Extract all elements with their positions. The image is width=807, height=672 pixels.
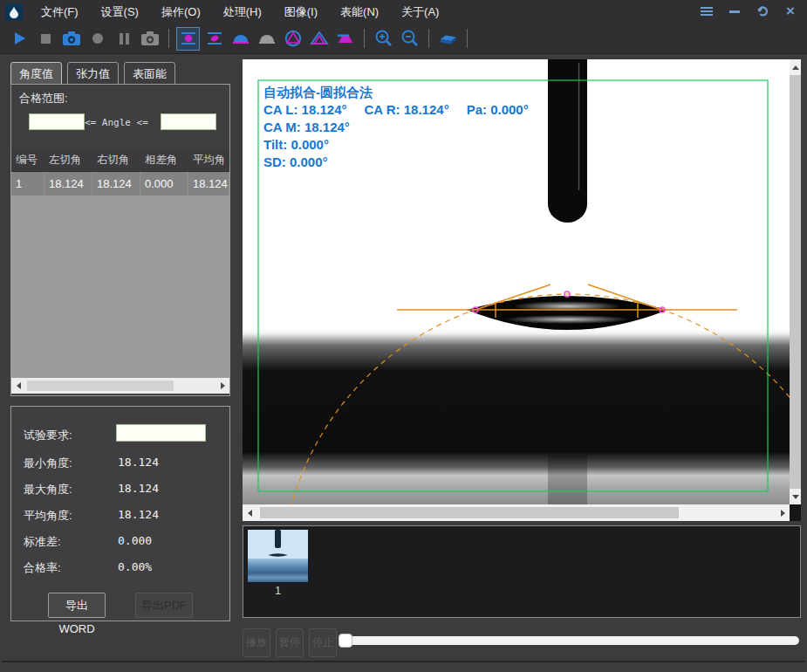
left-tab-bar: 角度值 张力值 表面能 [10, 62, 175, 86]
top-bar: 文件(F) 设置(S) 操作(O) 处理(H) 图像(I) 表能(N) 关于(A… [0, 0, 807, 54]
fit-drop-plates-icon[interactable] [176, 27, 200, 51]
export-pdf-button[interactable]: 导出PDF [135, 593, 193, 618]
menu-about[interactable]: 关于(A) [390, 0, 450, 24]
window-controls: × [697, 3, 800, 20]
trapezoid-fit-icon[interactable] [333, 27, 357, 51]
avg-angle-label: 平均角度: [24, 508, 72, 524]
menu-process[interactable]: 处理(H) [212, 0, 273, 24]
std-dev-value: 0.000 [118, 534, 152, 547]
board-3d-icon[interactable] [436, 27, 460, 51]
camera-viewer: 自动拟合-圆拟合法 CA L: 18.124°CA R: 18.124°Pa: … [243, 59, 801, 521]
pa-value: Pa: 0.000° [467, 102, 529, 117]
tab-tension-value[interactable]: 张力值 [67, 62, 119, 86]
playback-stop-button[interactable]: 停止 [309, 628, 337, 657]
angle-max-input[interactable] [161, 113, 216, 130]
results-table: 编号 左切角 右切角 相差角 平均角 1 18.124 18.124 0.000… [11, 149, 229, 196]
max-angle-value: 18.124 [118, 482, 159, 495]
scrollbar-thumb[interactable] [260, 507, 679, 518]
cell-number: 1 [11, 172, 44, 196]
menu-operation[interactable]: 操作(O) [150, 0, 212, 24]
ca-mean-value: CA M: 18.124° [263, 119, 546, 136]
application-window: 文件(F) 设置(S) 操作(O) 处理(H) 图像(I) 表能(N) 关于(A… [0, 0, 807, 672]
col-diff-angle: 相差角 [140, 149, 188, 171]
scroll-right-icon[interactable] [215, 378, 229, 394]
viewer-horizontal-scrollbar[interactable] [243, 504, 790, 521]
table-horizontal-scrollbar[interactable] [11, 378, 229, 394]
std-dev-label: 标准差: [24, 534, 61, 550]
frame-filmstrip: 1 [243, 525, 801, 618]
toolbar [7, 24, 472, 52]
col-right-angle: 右切角 [92, 149, 140, 171]
cell-avg-angle: 18.124 [188, 172, 229, 196]
qualified-range-label: 合格范围: [19, 91, 68, 106]
playback-slider-thumb[interactable] [339, 634, 352, 648]
col-number: 编号 [11, 149, 44, 171]
camera-capture-icon[interactable] [59, 27, 83, 51]
menu-bar: 文件(F) 设置(S) 操作(O) 处理(H) 图像(I) 表能(N) 关于(A… [3, 0, 450, 24]
scrollbar-thumb[interactable] [27, 381, 174, 391]
angle-range-operator: <= Angle <= [85, 117, 148, 128]
ca-right-value: CA R: 18.124° [364, 102, 448, 117]
pass-rate-label: 合格率: [24, 560, 61, 576]
tab-angle-value[interactable]: 角度值 [10, 62, 62, 86]
triangle-fit-icon[interactable] [307, 27, 331, 51]
frame-thumbnail[interactable]: 1 [248, 530, 308, 598]
viewer-vertical-scrollbar[interactable] [790, 59, 801, 504]
menu-file[interactable]: 文件(F) [30, 0, 90, 24]
angle-min-input[interactable] [29, 113, 85, 130]
playback-slider-track[interactable] [342, 636, 799, 645]
minimize-icon[interactable] [725, 3, 744, 20]
scroll-right-icon[interactable] [776, 505, 790, 521]
pass-rate-value: 0.00% [118, 560, 152, 573]
scroll-left-icon[interactable] [11, 378, 25, 394]
camera-image: 自动拟合-圆拟合法 CA L: 18.124°CA R: 18.124°Pa: … [243, 59, 790, 504]
scroll-down-icon[interactable] [790, 489, 801, 504]
zoom-in-icon[interactable] [372, 27, 395, 51]
scrollbar-corner [790, 504, 801, 521]
menu-settings[interactable]: 设置(S) [90, 0, 150, 24]
export-word-button[interactable]: 导出WORD [48, 593, 106, 618]
statistics-panel: 试验要求: 最小角度: 18.124 最大角度: 18.124 平均角度: 18… [10, 406, 230, 621]
fit-tilted-drop-icon[interactable] [202, 27, 226, 51]
cell-left-angle: 18.124 [44, 172, 92, 196]
playback-play-button[interactable]: 播放 [243, 628, 270, 657]
cell-diff-angle: 0.000 [140, 172, 188, 196]
toolbar-separator [467, 29, 468, 48]
scroll-left-icon[interactable] [243, 505, 256, 521]
toolbar-separator [168, 29, 169, 48]
scroll-up-icon[interactable] [790, 59, 801, 75]
test-requirement-label: 试验要求: [24, 428, 72, 443]
window-bottom-border [2, 661, 805, 662]
play-icon[interactable] [7, 27, 31, 51]
zoom-out-icon[interactable] [398, 27, 421, 51]
test-requirement-input[interactable] [116, 424, 206, 442]
avg-angle-value: 18.124 [118, 508, 159, 521]
angle-results-panel: 合格范围: <= Angle <= 编号 左切角 右切角 相差角 平均角 1 1… [10, 84, 230, 396]
fit-method-label: 自动拟合-圆拟合法 [263, 84, 546, 101]
sessile-drop-gray-icon[interactable] [255, 27, 278, 51]
min-angle-value: 18.124 [118, 456, 159, 469]
playback-pause-button[interactable]: 暂停 [276, 628, 304, 657]
circle-triangle-fit-icon[interactable] [281, 27, 304, 51]
ca-left-value: CA L: 18.124° [263, 102, 346, 117]
camera-gray-icon[interactable] [138, 27, 161, 51]
cell-right-angle: 18.124 [92, 172, 140, 196]
sd-value: SD: 0.000° [263, 154, 546, 171]
close-icon[interactable]: × [781, 3, 800, 20]
menu-icon[interactable] [697, 3, 716, 20]
menu-surface-energy[interactable]: 表能(N) [329, 0, 390, 24]
stop-icon[interactable] [33, 27, 57, 51]
col-left-angle: 左切角 [44, 149, 92, 171]
toolbar-separator [364, 29, 365, 48]
restore-icon[interactable] [753, 3, 772, 20]
thumbnail-image [248, 530, 308, 582]
record-icon[interactable] [85, 27, 109, 51]
sessile-drop-blue-icon[interactable] [229, 27, 252, 51]
tab-surface-energy[interactable]: 表面能 [124, 62, 175, 86]
col-avg-angle: 平均角 [188, 149, 229, 171]
menu-image[interactable]: 图像(I) [273, 0, 329, 24]
measurement-overlay: 自动拟合-圆拟合法 CA L: 18.124°CA R: 18.124°Pa: … [263, 84, 546, 171]
table-row[interactable]: 1 18.124 18.124 0.000 18.124 [11, 172, 229, 196]
pause-icon[interactable] [112, 27, 135, 51]
max-angle-label: 最大角度: [24, 482, 72, 497]
